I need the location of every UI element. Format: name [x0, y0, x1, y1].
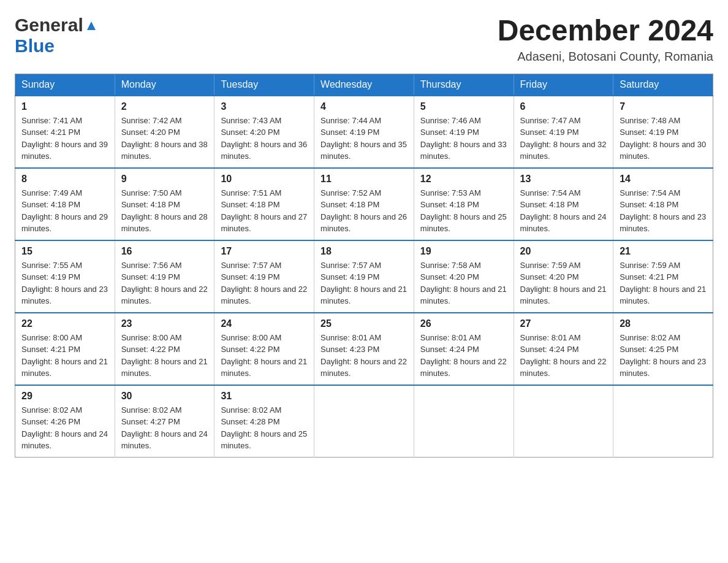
daylight-label: Daylight: 8 hours and 22 minutes. — [420, 357, 507, 378]
calendar-cell: 28 Sunrise: 8:02 AM Sunset: 4:25 PM Dayl… — [613, 313, 713, 385]
day-info: Sunrise: 8:00 AM Sunset: 4:22 PM Dayligh… — [121, 332, 208, 380]
day-number: 12 — [420, 174, 507, 185]
sunset-label: Sunset: 4:19 PM — [520, 128, 579, 137]
sunrise-label: Sunrise: 7:41 AM — [21, 116, 82, 125]
calendar-cell: 14 Sunrise: 7:54 AM Sunset: 4:18 PM Dayl… — [613, 168, 713, 240]
sunrise-label: Sunrise: 7:52 AM — [320, 188, 381, 197]
sunrise-label: Sunrise: 7:58 AM — [420, 261, 481, 270]
day-info: Sunrise: 7:54 AM Sunset: 4:18 PM Dayligh… — [520, 187, 607, 235]
calendar-cell: 31 Sunrise: 8:02 AM Sunset: 4:28 PM Dayl… — [214, 385, 314, 458]
day-number: 15 — [21, 246, 108, 257]
sunrise-label: Sunrise: 7:53 AM — [420, 188, 481, 197]
day-number: 8 — [21, 174, 108, 185]
sunset-label: Sunset: 4:20 PM — [121, 128, 180, 137]
calendar-week-row: 29 Sunrise: 8:02 AM Sunset: 4:26 PM Dayl… — [15, 385, 713, 458]
sunset-label: Sunset: 4:19 PM — [221, 272, 279, 282]
daylight-label: Daylight: 8 hours and 24 minutes. — [121, 429, 208, 451]
svg-marker-0 — [87, 21, 96, 30]
calendar-cell: 4 Sunrise: 7:44 AM Sunset: 4:19 PM Dayli… — [314, 96, 414, 168]
calendar-cell: 6 Sunrise: 7:47 AM Sunset: 4:19 PM Dayli… — [514, 96, 613, 168]
sunrise-label: Sunrise: 7:54 AM — [520, 188, 581, 197]
sunset-label: Sunset: 4:19 PM — [21, 272, 80, 282]
day-number: 10 — [221, 174, 308, 185]
calendar-cell: 29 Sunrise: 8:02 AM Sunset: 4:26 PM Dayl… — [15, 385, 115, 458]
calendar-table: SundayMondayTuesdayWednesdayThursdayFrid… — [15, 74, 713, 458]
day-info: Sunrise: 8:01 AM Sunset: 4:24 PM Dayligh… — [520, 332, 607, 380]
month-title: December 2024 — [498, 15, 713, 47]
sunrise-label: Sunrise: 7:57 AM — [221, 261, 281, 270]
day-number: 7 — [620, 101, 707, 112]
sunset-label: Sunset: 4:20 PM — [520, 272, 579, 282]
day-number: 9 — [121, 174, 208, 185]
sunrise-label: Sunrise: 7:46 AM — [420, 116, 481, 125]
calendar-cell: 12 Sunrise: 7:53 AM Sunset: 4:18 PM Dayl… — [414, 168, 514, 240]
daylight-label: Daylight: 8 hours and 22 minutes. — [221, 285, 307, 306]
daylight-label: Daylight: 8 hours and 36 minutes. — [221, 140, 307, 161]
calendar-cell: 24 Sunrise: 8:00 AM Sunset: 4:22 PM Dayl… — [214, 313, 314, 385]
day-number: 17 — [221, 246, 308, 257]
calendar-cell: 16 Sunrise: 7:56 AM Sunset: 4:19 PM Dayl… — [115, 240, 214, 313]
day-info: Sunrise: 8:01 AM Sunset: 4:23 PM Dayligh… — [320, 332, 408, 380]
location-text: Adaseni, Botosani County, Romania — [498, 50, 713, 64]
day-info: Sunrise: 7:54 AM Sunset: 4:18 PM Dayligh… — [620, 187, 707, 235]
daylight-label: Daylight: 8 hours and 21 minutes. — [221, 357, 307, 378]
day-info: Sunrise: 8:02 AM Sunset: 4:28 PM Dayligh… — [221, 404, 308, 452]
daylight-label: Daylight: 8 hours and 21 minutes. — [520, 285, 607, 306]
day-number: 5 — [420, 101, 507, 112]
day-of-week-header-thursday: Thursday — [414, 74, 514, 96]
sunrise-label: Sunrise: 8:02 AM — [221, 405, 281, 415]
sunset-label: Sunset: 4:18 PM — [620, 200, 678, 209]
daylight-label: Daylight: 8 hours and 30 minutes. — [620, 140, 706, 161]
sunset-label: Sunset: 4:25 PM — [620, 345, 678, 354]
day-of-week-header-saturday: Saturday — [613, 74, 713, 96]
day-info: Sunrise: 8:01 AM Sunset: 4:24 PM Dayligh… — [420, 332, 507, 380]
day-number: 3 — [221, 101, 308, 112]
day-number: 20 — [520, 246, 607, 257]
calendar-cell: 7 Sunrise: 7:48 AM Sunset: 4:19 PM Dayli… — [613, 96, 713, 168]
sunset-label: Sunset: 4:18 PM — [420, 200, 479, 209]
sunset-label: Sunset: 4:18 PM — [320, 200, 379, 209]
sunrise-label: Sunrise: 8:00 AM — [121, 333, 182, 342]
sunset-label: Sunset: 4:22 PM — [221, 345, 279, 354]
calendar-cell: 21 Sunrise: 7:59 AM Sunset: 4:21 PM Dayl… — [613, 240, 713, 313]
sunrise-label: Sunrise: 7:50 AM — [121, 188, 182, 197]
day-number: 11 — [320, 174, 408, 185]
calendar-cell: 18 Sunrise: 7:57 AM Sunset: 4:19 PM Dayl… — [314, 240, 414, 313]
calendar-cell: 1 Sunrise: 7:41 AM Sunset: 4:21 PM Dayli… — [15, 96, 115, 168]
sunset-label: Sunset: 4:19 PM — [620, 128, 678, 137]
sunrise-label: Sunrise: 8:02 AM — [620, 333, 680, 342]
sunrise-label: Sunrise: 8:02 AM — [121, 405, 182, 415]
day-number: 4 — [320, 101, 408, 112]
day-info: Sunrise: 7:59 AM Sunset: 4:20 PM Dayligh… — [520, 259, 607, 307]
day-info: Sunrise: 7:52 AM Sunset: 4:18 PM Dayligh… — [320, 187, 408, 235]
day-info: Sunrise: 7:41 AM Sunset: 4:21 PM Dayligh… — [21, 115, 108, 163]
sunrise-label: Sunrise: 7:55 AM — [21, 261, 82, 270]
day-number: 30 — [121, 391, 208, 402]
daylight-label: Daylight: 8 hours and 23 minutes. — [620, 357, 706, 378]
day-number: 24 — [221, 318, 308, 329]
daylight-label: Daylight: 8 hours and 27 minutes. — [221, 212, 307, 234]
day-info: Sunrise: 7:44 AM Sunset: 4:19 PM Dayligh… — [320, 115, 408, 163]
day-info: Sunrise: 7:46 AM Sunset: 4:19 PM Dayligh… — [420, 115, 507, 163]
sunset-label: Sunset: 4:19 PM — [121, 272, 180, 282]
day-info: Sunrise: 8:02 AM Sunset: 4:25 PM Dayligh… — [620, 332, 707, 380]
sunrise-label: Sunrise: 8:01 AM — [520, 333, 581, 342]
sunset-label: Sunset: 4:18 PM — [121, 200, 180, 209]
day-number: 18 — [320, 246, 408, 257]
sunrise-label: Sunrise: 7:57 AM — [320, 261, 381, 270]
sunset-label: Sunset: 4:22 PM — [121, 345, 180, 354]
day-info: Sunrise: 8:00 AM Sunset: 4:22 PM Dayligh… — [221, 332, 308, 380]
day-info: Sunrise: 8:00 AM Sunset: 4:21 PM Dayligh… — [21, 332, 108, 380]
day-number: 1 — [21, 101, 108, 112]
calendar-cell: 25 Sunrise: 8:01 AM Sunset: 4:23 PM Dayl… — [314, 313, 414, 385]
day-info: Sunrise: 7:50 AM Sunset: 4:18 PM Dayligh… — [121, 187, 208, 235]
sunrise-label: Sunrise: 7:42 AM — [121, 116, 182, 125]
daylight-label: Daylight: 8 hours and 21 minutes. — [121, 357, 208, 378]
day-of-week-header-monday: Monday — [115, 74, 214, 96]
sunset-label: Sunset: 4:27 PM — [121, 417, 180, 426]
day-number: 14 — [620, 174, 707, 185]
daylight-label: Daylight: 8 hours and 38 minutes. — [121, 140, 208, 161]
daylight-label: Daylight: 8 hours and 28 minutes. — [121, 212, 208, 234]
sunset-label: Sunset: 4:21 PM — [21, 345, 80, 354]
calendar-week-row: 15 Sunrise: 7:55 AM Sunset: 4:19 PM Dayl… — [15, 240, 713, 313]
